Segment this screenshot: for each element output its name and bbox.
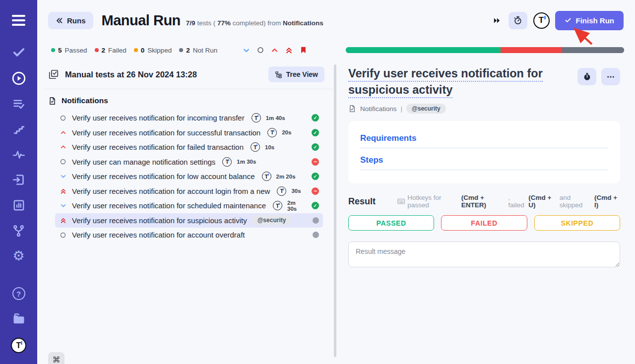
requirements-section-header[interactable]: Requirements [360,133,608,148]
completed-percent: 77% [217,19,231,27]
check-icon[interactable] [9,45,29,60]
testomat-badge-icon: T [273,201,282,210]
test-title: Verify user receives notification for ac… [72,231,245,239]
progress-passed-segment [346,47,501,53]
file-check-icon [348,105,356,113]
passed-button[interactable]: PASSED [348,215,434,231]
status-passed-icon: ✓ [312,173,319,180]
fast-forward-icon[interactable] [493,16,501,25]
test-row[interactable]: Verify user receives notification for ac… [55,228,323,243]
detail-timer-button[interactable] [577,68,596,85]
priority-critical-icon [59,188,67,194]
priority-low-icon [59,173,67,180]
bookmark-icon[interactable] [300,46,307,54]
test-title: Verify user can manage notification sett… [72,158,215,166]
minus-glyph: − [312,158,319,166]
testomat-badge-icon: T [251,142,260,152]
test-row[interactable]: Verify user receives notification for su… [55,125,323,140]
test-duration: 20s [282,129,291,135]
testomat-badge-icon: T [222,157,232,167]
test-row[interactable]: Verify user can manage notification sett… [55,155,323,170]
topbar: Runs Manual Run 7/9 tests ( 77% complete… [37,0,635,41]
hotkey-passed: (Cmd + ENTER) [461,194,506,209]
help-icon[interactable]: ? [9,286,29,301]
hotkey-skipped: (Cmd + I) [594,194,620,209]
test-title: Verify user receives notification for lo… [72,172,255,181]
finish-run-button[interactable]: Finish Run [555,11,624,30]
check-glyph: ✓ [312,202,319,209]
test-title: Verify user receives notification for in… [72,114,245,122]
tree-view-label: Tree View [286,70,318,78]
test-detail-panel: Verify user receives notification for su… [337,60,635,364]
test-row[interactable]: Verify user receives notification for fa… [55,140,323,155]
check-glyph: ✓ [312,143,319,151]
test-row[interactable]: Verify user receives notification for ac… [55,184,323,199]
result-header: Result Hotkeys for passed (Cmd + ENTER) … [348,194,620,209]
test-row[interactable]: Verify user receives notification for lo… [55,169,323,184]
status-notrun-icon [313,217,319,224]
testomat-logo-top[interactable]: T [533,12,550,29]
separator: | [401,105,403,113]
command-hotkey-chip[interactable]: ⌘ [48,352,64,364]
pulse-icon[interactable] [9,147,29,162]
app-sidebar: ⚙ ? T [0,0,37,364]
gray-dot [313,217,319,224]
run-title: Manual tests at 26 Nov 2024 13:28 [65,70,197,79]
result-buttons: PASSED FAILED SKIPPED [348,215,620,231]
file-check-icon [48,97,57,105]
test-row[interactable]: Verify user receives notification for in… [55,111,323,125]
branch-icon[interactable] [9,224,29,238]
status-passed-icon: ✓ [312,143,319,151]
back-to-runs-button[interactable]: Runs [48,12,93,29]
priority-high-icon [59,129,67,136]
result-message-input[interactable] [348,242,620,267]
menu-icon[interactable] [9,13,29,27]
test-title: Verify user receives notification for su… [72,128,260,137]
hotkeys-hint: Hotkeys for passed (Cmd + ENTER) , faile… [397,194,620,209]
tree-view-button[interactable]: Tree View [268,66,324,82]
security-tag[interactable]: @security [252,215,292,225]
panel-scrollbar[interactable] [333,60,337,364]
stopwatch-filled-icon [582,72,592,81]
steps-icon[interactable] [9,122,29,136]
detail-security-tag[interactable]: @security [406,104,446,114]
more-options-button[interactable] [601,68,620,85]
failed-count: 2 [102,47,106,54]
steps-section-header[interactable]: Steps [360,155,608,170]
run-play-icon[interactable] [9,71,29,86]
detail-title[interactable]: Verify user receives notification for su… [348,65,570,98]
priority-high-icon[interactable] [271,47,278,54]
timer-button[interactable] [508,12,527,29]
run-progress-subtitle: 7/9 tests ( 77% completed) from Notifica… [186,14,323,27]
projects-folder-icon[interactable] [9,312,29,326]
analytics-icon[interactable] [9,198,29,213]
test-row[interactable]: Verify user receives notification for sc… [55,198,323,213]
scrollbar-thumb[interactable] [334,64,336,357]
testomat-logo[interactable]: T [9,338,29,353]
failed-button[interactable]: FAILED [441,215,527,231]
skipped-label: Skipped [147,47,172,54]
testomat-badge-icon: T [262,172,271,181]
minus-glyph: − [312,187,319,195]
priority-low-icon[interactable] [243,47,250,54]
priority-normal-icon[interactable] [257,47,264,54]
keyboard-icon [397,198,405,205]
checklist-icon [48,69,59,80]
failed-label: Failed [108,47,127,54]
test-rows: Verify user receives notification for in… [37,110,333,243]
priority-normal-icon [59,159,67,165]
summary-notrun: 2Not Run [179,47,217,54]
settings-gear-icon[interactable]: ⚙ [9,249,29,263]
test-row-selected[interactable]: Verify user receives notification for su… [55,213,323,228]
list-check-icon[interactable] [9,97,29,111]
run-progress-bar [346,47,624,53]
import-icon[interactable] [9,173,29,187]
suite-folder[interactable]: Notifications [37,89,333,110]
hotkeys-text2: , failed [508,194,526,209]
result-heading: Result [348,196,376,207]
test-duration: 1m 30s [237,159,256,165]
skipped-button[interactable]: SKIPPED [534,215,620,231]
detail-meta: Notifications | @security [348,104,620,114]
detail-suite-link[interactable]: Notifications [360,105,397,113]
priority-critical-icon[interactable] [285,47,293,54]
